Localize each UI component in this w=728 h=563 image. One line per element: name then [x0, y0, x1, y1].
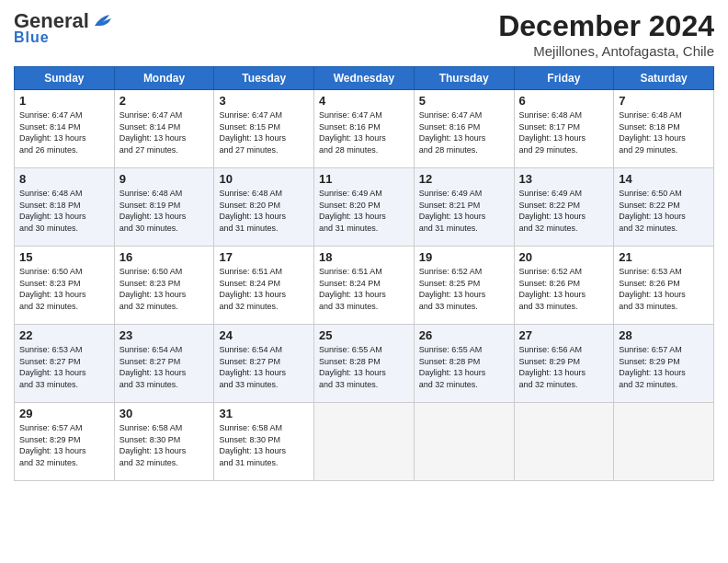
- calendar-week-row: 22Sunrise: 6:53 AMSunset: 8:27 PMDayligh…: [15, 325, 714, 403]
- calendar-cell: 27Sunrise: 6:56 AMSunset: 8:29 PMDayligh…: [514, 325, 614, 403]
- calendar-cell: 8Sunrise: 6:48 AMSunset: 8:18 PMDaylight…: [15, 168, 115, 247]
- day-number: 29: [19, 407, 109, 420]
- calendar-cell: 2Sunrise: 6:47 AMSunset: 8:14 PMDaylight…: [114, 90, 214, 168]
- calendar-cell: 6Sunrise: 6:48 AMSunset: 8:17 PMDaylight…: [514, 90, 614, 168]
- calendar-cell: 20Sunrise: 6:52 AMSunset: 8:26 PMDayligh…: [514, 247, 614, 325]
- day-number: 23: [119, 328, 210, 342]
- calendar-cell: 28Sunrise: 6:57 AMSunset: 8:29 PMDayligh…: [614, 325, 714, 403]
- day-number: 28: [619, 328, 709, 342]
- day-number: 9: [119, 172, 210, 186]
- cell-info: Sunrise: 6:52 AMSunset: 8:26 PMDaylight:…: [519, 266, 609, 312]
- day-number: 25: [319, 328, 409, 342]
- day-number: 19: [419, 250, 509, 264]
- cell-info: Sunrise: 6:58 AMSunset: 8:30 PMDaylight:…: [119, 422, 210, 468]
- cell-info: Sunrise: 6:50 AMSunset: 8:23 PMDaylight:…: [119, 266, 210, 312]
- day-number: 12: [419, 172, 509, 186]
- cell-info: Sunrise: 6:49 AMSunset: 8:21 PMDaylight:…: [419, 188, 509, 234]
- logo: General Blue: [14, 9, 113, 46]
- calendar-cell: 1Sunrise: 6:47 AMSunset: 8:14 PMDaylight…: [15, 90, 115, 168]
- cell-info: Sunrise: 6:50 AMSunset: 8:23 PMDaylight:…: [19, 266, 109, 312]
- day-number: 31: [219, 407, 309, 420]
- calendar-cell: 5Sunrise: 6:47 AMSunset: 8:16 PMDaylight…: [414, 90, 514, 168]
- cell-info: Sunrise: 6:50 AMSunset: 8:22 PMDaylight:…: [619, 188, 709, 234]
- calendar-cell: 18Sunrise: 6:51 AMSunset: 8:24 PMDayligh…: [314, 247, 415, 325]
- header-sunday: Sunday: [15, 67, 115, 90]
- calendar-cell: 17Sunrise: 6:51 AMSunset: 8:24 PMDayligh…: [214, 247, 314, 325]
- header-tuesday: Tuesday: [214, 67, 314, 90]
- logo-bird-icon: [93, 13, 113, 29]
- cell-info: Sunrise: 6:55 AMSunset: 8:28 PMDaylight:…: [419, 344, 509, 390]
- day-number: 3: [219, 94, 309, 108]
- calendar-cell: [614, 403, 714, 481]
- cell-info: Sunrise: 6:51 AMSunset: 8:24 PMDaylight:…: [219, 266, 309, 312]
- calendar-cell: 13Sunrise: 6:49 AMSunset: 8:22 PMDayligh…: [514, 168, 614, 247]
- cell-info: Sunrise: 6:48 AMSunset: 8:17 PMDaylight:…: [519, 109, 609, 155]
- calendar-cell: 19Sunrise: 6:52 AMSunset: 8:25 PMDayligh…: [414, 247, 514, 325]
- cell-info: Sunrise: 6:47 AMSunset: 8:16 PMDaylight:…: [419, 109, 509, 155]
- day-number: 27: [519, 328, 609, 342]
- cell-info: Sunrise: 6:48 AMSunset: 8:18 PMDaylight:…: [19, 188, 109, 234]
- calendar-cell: [314, 403, 415, 481]
- calendar-cell: 9Sunrise: 6:48 AMSunset: 8:19 PMDaylight…: [114, 168, 214, 247]
- day-number: 11: [319, 172, 409, 186]
- cell-info: Sunrise: 6:49 AMSunset: 8:20 PMDaylight:…: [319, 188, 409, 234]
- day-number: 17: [219, 250, 309, 264]
- calendar-cell: 22Sunrise: 6:53 AMSunset: 8:27 PMDayligh…: [15, 325, 115, 403]
- calendar-cell: 30Sunrise: 6:58 AMSunset: 8:30 PMDayligh…: [114, 403, 214, 481]
- cell-info: Sunrise: 6:51 AMSunset: 8:24 PMDaylight:…: [319, 266, 409, 312]
- header: General Blue December 2024 Mejillones, A…: [14, 9, 714, 59]
- calendar-cell: [514, 403, 614, 481]
- day-number: 4: [319, 94, 409, 108]
- cell-info: Sunrise: 6:47 AMSunset: 8:14 PMDaylight:…: [19, 109, 109, 155]
- cell-info: Sunrise: 6:57 AMSunset: 8:29 PMDaylight:…: [619, 344, 709, 390]
- calendar-cell: 23Sunrise: 6:54 AMSunset: 8:27 PMDayligh…: [114, 325, 214, 403]
- calendar-week-row: 8Sunrise: 6:48 AMSunset: 8:18 PMDaylight…: [15, 168, 714, 247]
- day-number: 22: [19, 328, 109, 342]
- day-number: 14: [619, 172, 709, 186]
- title-block: December 2024 Mejillones, Antofagasta, C…: [498, 9, 714, 59]
- day-number: 26: [419, 328, 509, 342]
- cell-info: Sunrise: 6:48 AMSunset: 8:18 PMDaylight:…: [619, 109, 709, 155]
- calendar-cell: 3Sunrise: 6:47 AMSunset: 8:15 PMDaylight…: [214, 90, 314, 168]
- cell-info: Sunrise: 6:54 AMSunset: 8:27 PMDaylight:…: [219, 344, 309, 390]
- cell-info: Sunrise: 6:53 AMSunset: 8:27 PMDaylight:…: [19, 344, 109, 390]
- day-number: 8: [19, 172, 109, 186]
- day-number: 30: [119, 407, 210, 420]
- header-wednesday: Wednesday: [314, 67, 415, 90]
- page: General Blue December 2024 Mejillones, A…: [0, 0, 728, 563]
- day-number: 10: [219, 172, 309, 186]
- calendar-table: Sunday Monday Tuesday Wednesday Thursday…: [14, 66, 714, 481]
- cell-info: Sunrise: 6:49 AMSunset: 8:22 PMDaylight:…: [519, 188, 609, 234]
- header-friday: Friday: [514, 67, 614, 90]
- cell-info: Sunrise: 6:58 AMSunset: 8:30 PMDaylight:…: [219, 422, 309, 468]
- day-number: 15: [19, 250, 109, 264]
- cell-info: Sunrise: 6:54 AMSunset: 8:27 PMDaylight:…: [119, 344, 210, 390]
- calendar-cell: 15Sunrise: 6:50 AMSunset: 8:23 PMDayligh…: [15, 247, 115, 325]
- day-number: 24: [219, 328, 309, 342]
- header-monday: Monday: [114, 67, 214, 90]
- calendar-cell: 10Sunrise: 6:48 AMSunset: 8:20 PMDayligh…: [214, 168, 314, 247]
- cell-info: Sunrise: 6:48 AMSunset: 8:20 PMDaylight:…: [219, 188, 309, 234]
- day-number: 5: [419, 94, 509, 108]
- calendar-cell: 16Sunrise: 6:50 AMSunset: 8:23 PMDayligh…: [114, 247, 214, 325]
- cell-info: Sunrise: 6:47 AMSunset: 8:16 PMDaylight:…: [319, 109, 409, 155]
- header-thursday: Thursday: [414, 67, 514, 90]
- day-number: 13: [519, 172, 609, 186]
- title-month: December 2024: [498, 9, 714, 43]
- calendar-cell: 21Sunrise: 6:53 AMSunset: 8:26 PMDayligh…: [614, 247, 714, 325]
- calendar-cell: 26Sunrise: 6:55 AMSunset: 8:28 PMDayligh…: [414, 325, 514, 403]
- cell-info: Sunrise: 6:56 AMSunset: 8:29 PMDaylight:…: [519, 344, 609, 390]
- cell-info: Sunrise: 6:48 AMSunset: 8:19 PMDaylight:…: [119, 188, 210, 234]
- day-number: 21: [619, 250, 709, 264]
- day-number: 7: [619, 94, 709, 108]
- day-number: 20: [519, 250, 609, 264]
- calendar-cell: 4Sunrise: 6:47 AMSunset: 8:16 PMDaylight…: [314, 90, 415, 168]
- header-saturday: Saturday: [614, 67, 714, 90]
- calendar-cell: 24Sunrise: 6:54 AMSunset: 8:27 PMDayligh…: [214, 325, 314, 403]
- calendar-cell: 12Sunrise: 6:49 AMSunset: 8:21 PMDayligh…: [414, 168, 514, 247]
- day-number: 6: [519, 94, 609, 108]
- calendar-cell: 14Sunrise: 6:50 AMSunset: 8:22 PMDayligh…: [614, 168, 714, 247]
- calendar-cell: 11Sunrise: 6:49 AMSunset: 8:20 PMDayligh…: [314, 168, 415, 247]
- calendar-header-row: Sunday Monday Tuesday Wednesday Thursday…: [15, 67, 714, 90]
- calendar-week-row: 15Sunrise: 6:50 AMSunset: 8:23 PMDayligh…: [15, 247, 714, 325]
